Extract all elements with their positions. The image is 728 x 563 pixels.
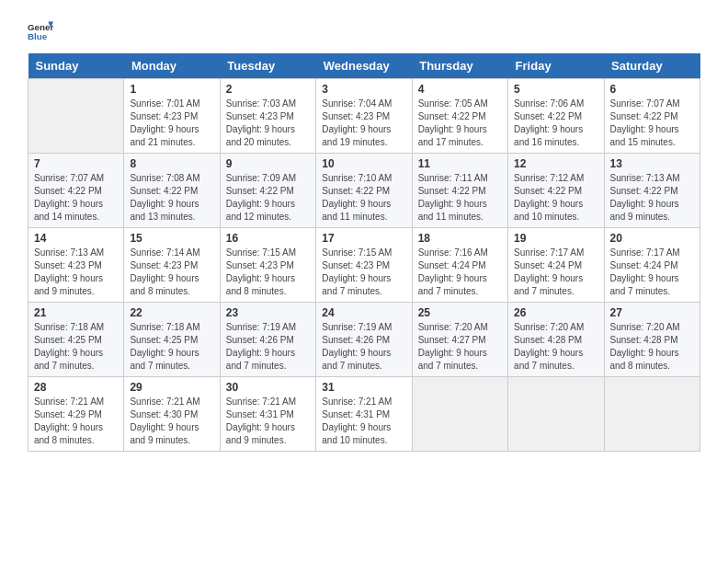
cell-info: Sunrise: 7:14 AMSunset: 4:23 PMDaylight:… [130, 247, 213, 298]
calendar-cell: 8 Sunrise: 7:08 AMSunset: 4:22 PMDayligh… [124, 154, 220, 228]
day-number: 7 [34, 157, 118, 170]
cell-info: Sunrise: 7:12 AMSunset: 4:22 PMDaylight:… [514, 172, 597, 224]
cell-info: Sunrise: 7:15 AMSunset: 4:23 PMDaylight:… [226, 247, 310, 298]
logo: General Blue [28, 18, 53, 44]
day-number: 6 [610, 83, 694, 96]
cell-info: Sunrise: 7:17 AMSunset: 4:24 PMDaylight:… [514, 247, 597, 298]
day-number: 22 [130, 306, 213, 319]
calendar-cell: 16 Sunrise: 7:15 AMSunset: 4:23 PMDaylig… [220, 228, 315, 303]
week-row-5: 28 Sunrise: 7:21 AMSunset: 4:29 PMDaylig… [28, 377, 700, 452]
cell-info: Sunrise: 7:21 AMSunset: 4:29 PMDaylight:… [34, 396, 118, 447]
day-number: 10 [322, 157, 405, 170]
calendar-cell: 6 Sunrise: 7:07 AMSunset: 4:22 PMDayligh… [604, 79, 700, 154]
day-number: 3 [322, 83, 405, 96]
calendar-cell: 18 Sunrise: 7:16 AMSunset: 4:24 PMDaylig… [412, 228, 507, 303]
cell-info: Sunrise: 7:08 AMSunset: 4:22 PMDaylight:… [130, 172, 213, 224]
day-number: 4 [418, 83, 502, 96]
calendar-cell: 10 Sunrise: 7:10 AMSunset: 4:22 PMDaylig… [316, 154, 412, 228]
day-number: 29 [130, 381, 213, 394]
calendar-cell: 24 Sunrise: 7:19 AMSunset: 4:26 PMDaylig… [316, 303, 412, 377]
day-number: 23 [226, 306, 310, 319]
cell-info: Sunrise: 7:21 AMSunset: 4:30 PMDaylight:… [130, 396, 213, 447]
day-number: 12 [514, 157, 597, 170]
cell-info: Sunrise: 7:13 AMSunset: 4:23 PMDaylight:… [34, 247, 118, 298]
calendar-cell: 1 Sunrise: 7:01 AMSunset: 4:23 PMDayligh… [124, 79, 220, 154]
day-number: 26 [514, 306, 597, 319]
cell-info: Sunrise: 7:06 AMSunset: 4:22 PMDaylight:… [514, 98, 597, 149]
cell-info: Sunrise: 7:09 AMSunset: 4:22 PMDaylight:… [226, 172, 310, 224]
day-number: 17 [322, 232, 405, 245]
week-row-3: 14 Sunrise: 7:13 AMSunset: 4:23 PMDaylig… [28, 228, 700, 303]
cell-info: Sunrise: 7:16 AMSunset: 4:24 PMDaylight:… [418, 247, 502, 298]
cell-info: Sunrise: 7:19 AMSunset: 4:26 PMDaylight:… [226, 321, 310, 373]
day-number: 25 [418, 306, 502, 319]
cell-info: Sunrise: 7:13 AMSunset: 4:22 PMDaylight:… [610, 172, 694, 224]
calendar-cell: 2 Sunrise: 7:03 AMSunset: 4:23 PMDayligh… [220, 79, 315, 154]
calendar-table: SundayMondayTuesdayWednesdayThursdayFrid… [28, 53, 700, 452]
calendar-cell: 25 Sunrise: 7:20 AMSunset: 4:27 PMDaylig… [412, 303, 507, 377]
cell-info: Sunrise: 7:04 AMSunset: 4:23 PMDaylight:… [322, 98, 405, 149]
calendar-cell: 30 Sunrise: 7:21 AMSunset: 4:31 PMDaylig… [220, 377, 315, 452]
weekday-header-sunday: Sunday [28, 53, 124, 79]
cell-info: Sunrise: 7:01 AMSunset: 4:23 PMDaylight:… [130, 98, 213, 149]
week-row-4: 21 Sunrise: 7:18 AMSunset: 4:25 PMDaylig… [28, 303, 700, 377]
day-number: 5 [514, 83, 597, 96]
weekday-header-friday: Friday [508, 53, 604, 79]
calendar-cell: 3 Sunrise: 7:04 AMSunset: 4:23 PMDayligh… [316, 79, 412, 154]
cell-info: Sunrise: 7:17 AMSunset: 4:24 PMDaylight:… [610, 247, 694, 298]
logo-icon: General Blue [28, 18, 53, 44]
calendar-cell: 13 Sunrise: 7:13 AMSunset: 4:22 PMDaylig… [604, 154, 700, 228]
cell-info: Sunrise: 7:15 AMSunset: 4:23 PMDaylight:… [322, 247, 405, 298]
day-number: 16 [226, 232, 310, 245]
day-number: 8 [130, 157, 213, 170]
cell-info: Sunrise: 7:19 AMSunset: 4:26 PMDaylight:… [322, 321, 405, 373]
cell-info: Sunrise: 7:10 AMSunset: 4:22 PMDaylight:… [322, 172, 405, 224]
calendar-cell: 15 Sunrise: 7:14 AMSunset: 4:23 PMDaylig… [124, 228, 220, 303]
day-number: 15 [130, 232, 213, 245]
calendar-cell: 14 Sunrise: 7:13 AMSunset: 4:23 PMDaylig… [28, 228, 124, 303]
weekday-header-row: SundayMondayTuesdayWednesdayThursdayFrid… [28, 53, 700, 79]
day-number: 14 [34, 232, 118, 245]
cell-info: Sunrise: 7:20 AMSunset: 4:27 PMDaylight:… [418, 321, 502, 373]
calendar-cell: 9 Sunrise: 7:09 AMSunset: 4:22 PMDayligh… [220, 154, 315, 228]
header: General Blue [28, 18, 700, 44]
cell-info: Sunrise: 7:03 AMSunset: 4:23 PMDaylight:… [226, 98, 310, 149]
calendar-cell [604, 377, 700, 452]
cell-info: Sunrise: 7:21 AMSunset: 4:31 PMDaylight:… [226, 396, 310, 447]
day-number: 18 [418, 232, 502, 245]
calendar-cell: 23 Sunrise: 7:19 AMSunset: 4:26 PMDaylig… [220, 303, 315, 377]
day-number: 13 [610, 157, 694, 170]
weekday-header-saturday: Saturday [604, 53, 700, 79]
calendar-cell [412, 377, 507, 452]
cell-info: Sunrise: 7:21 AMSunset: 4:31 PMDaylight:… [322, 396, 405, 447]
cell-info: Sunrise: 7:07 AMSunset: 4:22 PMDaylight:… [610, 98, 694, 149]
calendar-cell: 22 Sunrise: 7:18 AMSunset: 4:25 PMDaylig… [124, 303, 220, 377]
cell-info: Sunrise: 7:20 AMSunset: 4:28 PMDaylight:… [514, 321, 597, 373]
calendar-cell: 11 Sunrise: 7:11 AMSunset: 4:22 PMDaylig… [412, 154, 507, 228]
weekday-header-wednesday: Wednesday [316, 53, 412, 79]
day-number: 31 [322, 381, 405, 394]
calendar-cell: 4 Sunrise: 7:05 AMSunset: 4:22 PMDayligh… [412, 79, 507, 154]
cell-info: Sunrise: 7:05 AMSunset: 4:22 PMDaylight:… [418, 98, 502, 149]
day-number: 30 [226, 381, 310, 394]
cell-info: Sunrise: 7:18 AMSunset: 4:25 PMDaylight:… [130, 321, 213, 373]
weekday-header-tuesday: Tuesday [220, 53, 315, 79]
calendar-cell: 26 Sunrise: 7:20 AMSunset: 4:28 PMDaylig… [508, 303, 604, 377]
day-number: 11 [418, 157, 502, 170]
calendar-cell: 21 Sunrise: 7:18 AMSunset: 4:25 PMDaylig… [28, 303, 124, 377]
day-number: 1 [130, 83, 213, 96]
calendar-cell: 12 Sunrise: 7:12 AMSunset: 4:22 PMDaylig… [508, 154, 604, 228]
calendar-cell [508, 377, 604, 452]
cell-info: Sunrise: 7:07 AMSunset: 4:22 PMDaylight:… [34, 172, 118, 224]
calendar-cell [28, 79, 124, 154]
weekday-header-thursday: Thursday [412, 53, 507, 79]
day-number: 2 [226, 83, 310, 96]
week-row-1: 1 Sunrise: 7:01 AMSunset: 4:23 PMDayligh… [28, 79, 700, 154]
calendar-cell: 28 Sunrise: 7:21 AMSunset: 4:29 PMDaylig… [28, 377, 124, 452]
day-number: 28 [34, 381, 118, 394]
calendar-header: SundayMondayTuesdayWednesdayThursdayFrid… [28, 53, 700, 79]
calendar-cell: 17 Sunrise: 7:15 AMSunset: 4:23 PMDaylig… [316, 228, 412, 303]
day-number: 9 [226, 157, 310, 170]
calendar-cell: 19 Sunrise: 7:17 AMSunset: 4:24 PMDaylig… [508, 228, 604, 303]
calendar-cell: 20 Sunrise: 7:17 AMSunset: 4:24 PMDaylig… [604, 228, 700, 303]
